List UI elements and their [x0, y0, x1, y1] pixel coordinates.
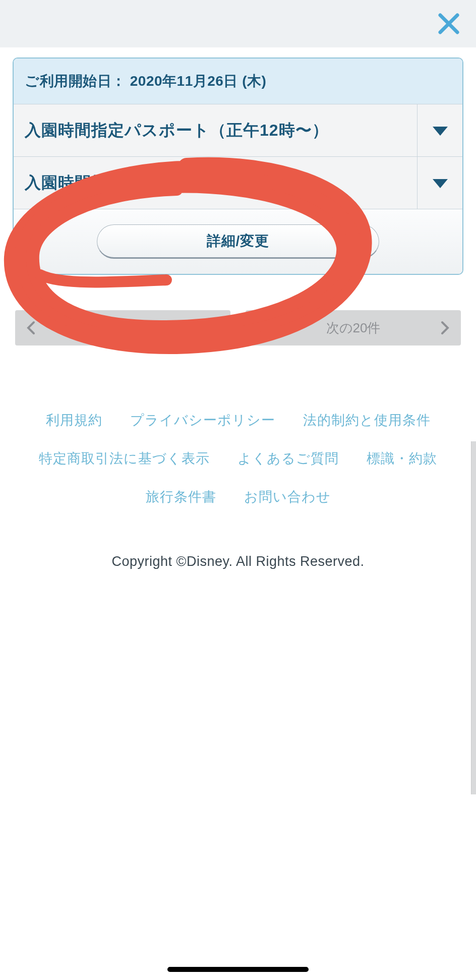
chevron-down-icon [433, 126, 448, 136]
home-indicator[interactable] [167, 967, 309, 972]
date-prefix: ご利用開始日： [25, 73, 126, 89]
date-value: 2020年11月26日 (木) [130, 73, 267, 89]
detail-change-button[interactable]: 詳細/変更 [97, 224, 379, 259]
footer-link-trademarks[interactable]: 標識・約款 [367, 449, 437, 468]
prev-page-label: 前の20件 [96, 319, 150, 337]
passport-option-1-label: 入園時間指定パスポート（正午12時〜） [14, 104, 417, 156]
content-area: ご利用開始日： 2020年11月26日 (木) 入園時間指定パスポート（正午12… [0, 47, 476, 569]
footer-link-terms[interactable]: 利用規約 [46, 411, 102, 429]
chevron-right-icon [441, 321, 450, 335]
passport-option-2-label: 入園時間指定パスポート（正午12時〜） [14, 157, 417, 209]
chevron-left-icon [26, 321, 35, 335]
prev-page-button[interactable]: 前の20件 [15, 310, 230, 345]
passport-option-2[interactable]: 入園時間指定パスポート（正午12時〜） [14, 156, 462, 209]
footer-links: 利用規約 プライバシーポリシー 法的制約と使用条件 特定商取引法に基づく表示 よ… [0, 411, 476, 506]
svg-marker-2 [433, 127, 448, 136]
chevron-down-icon [433, 178, 448, 188]
dropdown-toggle-1[interactable] [417, 104, 462, 156]
reservation-card: ご利用開始日： 2020年11月26日 (木) 入園時間指定パスポート（正午12… [13, 57, 463, 275]
footer-link-travel[interactable]: 旅行条件書 [146, 488, 216, 506]
footer-link-faq[interactable]: よくあるご質問 [237, 449, 339, 468]
next-page-label: 次の20件 [326, 319, 381, 337]
footer-link-commerce[interactable]: 特定商取引法に基づく表示 [39, 449, 210, 468]
scrollbar[interactable] [471, 441, 476, 794]
card-date-header: ご利用開始日： 2020年11月26日 (木) [14, 59, 462, 104]
copyright-text: Copyright ©Disney. All Rights Reserved. [0, 554, 476, 569]
svg-marker-3 [433, 179, 448, 188]
detail-button-label: 詳細/変更 [207, 232, 270, 251]
close-button[interactable] [437, 12, 461, 36]
footer-link-privacy[interactable]: プライバシーポリシー [130, 411, 275, 429]
button-panel: 詳細/変更 [14, 209, 462, 274]
dropdown-toggle-2[interactable] [417, 157, 462, 209]
footer-link-legal[interactable]: 法的制約と使用条件 [303, 411, 431, 429]
close-icon [438, 13, 459, 34]
modal-header [0, 0, 476, 47]
pagination: 前の20件 次の20件 [0, 275, 476, 345]
passport-option-1[interactable]: 入園時間指定パスポート（正午12時〜） [14, 104, 462, 156]
footer-link-contact[interactable]: お問い合わせ [244, 488, 331, 506]
next-page-button[interactable]: 次の20件 [246, 310, 461, 345]
